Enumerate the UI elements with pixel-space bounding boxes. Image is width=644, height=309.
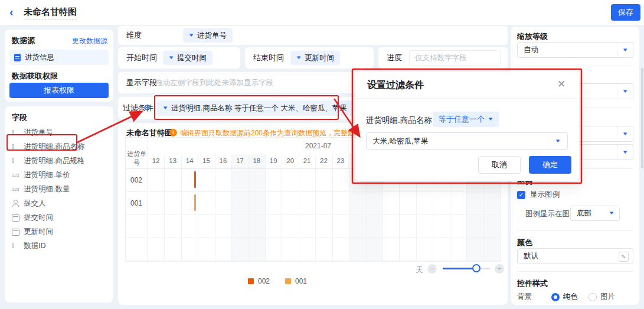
- weekend-shade: [231, 154, 248, 261]
- zoom-out-icon[interactable]: −: [427, 264, 437, 274]
- color-select[interactable]: 默认 ✎: [517, 248, 633, 264]
- filter-value-input[interactable]: 大米,哈密瓜,苹果 ▼: [366, 132, 568, 150]
- permission-title: 数据获取权限: [12, 71, 58, 82]
- bg-solid-label: 纯色: [563, 292, 578, 302]
- time-unit-label: 天: [416, 265, 423, 275]
- field-item[interactable]: 123进货明细.单价: [12, 168, 110, 182]
- weekend-shade: [249, 154, 265, 261]
- gantt-bar[interactable]: [194, 194, 196, 211]
- calendar-icon: [12, 229, 19, 236]
- fields-panel: 字段 I进货单号I进货明细.商品名称I进货明细.商品规格123进货明细.单价12…: [5, 106, 113, 303]
- datasource-item[interactable]: 进货信息: [9, 50, 109, 65]
- grid-hline: [126, 238, 500, 238]
- page-title[interactable]: 未命名甘特图: [24, 6, 77, 20]
- field-list: I进货单号I进货明细.商品名称I进货明细.商品规格123进货明细.单价123进货…: [12, 125, 110, 253]
- text-field-icon: I: [12, 242, 24, 251]
- start-time-field-chip[interactable]: ▼ 提交时间: [163, 51, 213, 65]
- back-icon[interactable]: ‹: [9, 5, 14, 19]
- caret-down-icon: ▼: [622, 48, 628, 53]
- datasource-title: 数据源: [12, 35, 35, 46]
- warning-icon: !: [169, 129, 177, 136]
- gantt-legend: 002001: [159, 277, 395, 285]
- day-label: 15: [198, 157, 214, 165]
- display-fields-label: 显示字段: [126, 72, 157, 93]
- progress-row: 进度 仅支持数字字段: [378, 47, 508, 69]
- text-field-icon: I: [12, 142, 24, 151]
- grid-hline: [126, 191, 500, 192]
- field-label: 进货单号: [24, 128, 53, 138]
- show-legend-checkbox[interactable]: ✓: [517, 191, 525, 199]
- progress-placeholder: 仅支持数字字段: [415, 53, 467, 63]
- grid-vline: [349, 154, 349, 261]
- grid-vline: [231, 154, 232, 261]
- number-field-icon: 123: [12, 187, 24, 192]
- grid-vline: [265, 154, 266, 261]
- zoom-level-title: 缩放等级: [517, 31, 548, 42]
- gantt-row-label: 002: [130, 176, 142, 184]
- caret-down-icon: ▼: [622, 132, 628, 136]
- day-label: 14: [181, 157, 198, 165]
- text-field-icon: I: [12, 157, 24, 165]
- edit-pencil-icon[interactable]: ✎: [619, 252, 629, 262]
- grid-vline: [249, 154, 249, 261]
- confirm-button[interactable]: 确定: [529, 156, 571, 174]
- cancel-button[interactable]: 取消: [478, 156, 521, 174]
- modal-field-label: 进货明细.商品名称: [366, 115, 432, 126]
- grid-hline: [126, 261, 500, 261]
- day-label: 12: [148, 157, 164, 165]
- field-label: 提交人: [24, 199, 46, 209]
- bg-image-radio[interactable]: [589, 293, 597, 301]
- field-item[interactable]: I数据ID: [12, 239, 110, 253]
- field-label: 提交时间: [24, 213, 53, 223]
- field-label: 进货明细.商品名称: [24, 142, 84, 152]
- field-item[interactable]: 提交时间: [12, 210, 110, 225]
- legend-item[interactable]: 002: [248, 277, 270, 285]
- change-datasource-link[interactable]: 更改数据源: [72, 36, 107, 46]
- dimension-row: 维度 ▼ 进货单号: [118, 26, 508, 45]
- number-field-icon: 123: [12, 173, 24, 178]
- caret-down-icon: ▼: [168, 56, 174, 60]
- legend-item[interactable]: 001: [285, 277, 307, 285]
- field-label: 进货明细.单价: [24, 170, 70, 180]
- caret-down-icon: ▼: [295, 56, 302, 60]
- legend-swatch: [285, 278, 291, 284]
- caret-down-icon: ▼: [487, 117, 493, 122]
- caret-down-icon: ▼: [554, 139, 561, 144]
- background-label: 背景: [517, 292, 551, 302]
- field-item[interactable]: I进货明细.商品规格: [12, 154, 110, 168]
- progress-label: 进度: [387, 47, 402, 69]
- filter-value-text: 大米,哈密瓜,苹果: [372, 136, 428, 147]
- date-field-icon: [12, 228, 24, 236]
- start-time-label: 开始时间: [126, 47, 157, 69]
- grid-vline: [198, 154, 198, 261]
- close-icon[interactable]: ✕: [557, 78, 565, 90]
- field-item[interactable]: I进货单号: [12, 125, 110, 139]
- grid-vline: [315, 154, 316, 261]
- dimension-field-chip[interactable]: ▼ 进货单号: [183, 28, 233, 43]
- zoom-in-icon[interactable]: +: [495, 264, 504, 274]
- bg-solid-radio[interactable]: [551, 293, 560, 301]
- field-item[interactable]: 123进货明细.数量: [12, 182, 110, 196]
- dimension-label: 维度: [126, 26, 142, 45]
- person-field-icon: [12, 200, 24, 207]
- gantt-bar[interactable]: [194, 171, 196, 188]
- end-time-field-chip[interactable]: ▼ 更新时间: [290, 51, 340, 65]
- field-item[interactable]: I进货明细.商品名称: [12, 139, 110, 154]
- progress-input[interactable]: 仅支持数字字段: [409, 50, 501, 66]
- settings-scrollbar[interactable]: [641, 68, 643, 168]
- caret-down-icon: ▼: [162, 106, 168, 110]
- operator-select-chip[interactable]: 等于任意一个 ▼: [433, 112, 499, 127]
- field-item[interactable]: 提交人: [12, 196, 110, 210]
- report-permission-button[interactable]: 报表权限: [9, 83, 109, 98]
- filter-condition-chip[interactable]: ▼ 进货明细.商品名称 等于任意一个 大米、哈密瓜、苹果: [157, 100, 353, 116]
- caret-down-icon: ▼: [188, 33, 194, 38]
- display-fields-dropzone[interactable]: 拖动左侧字段到此处来添加显示字段: [155, 72, 273, 93]
- zoom-level-select[interactable]: 自动 ▼: [517, 42, 633, 58]
- filter-settings-gear-icon[interactable]: ⚙: [143, 103, 151, 112]
- zoom-slider-handle[interactable]: [472, 264, 480, 272]
- legend-position-select[interactable]: 底部 ▼: [570, 206, 620, 221]
- modal-title: 设置过滤条件: [367, 79, 424, 92]
- date-field-icon: [12, 214, 24, 222]
- save-button[interactable]: 保存: [611, 4, 640, 21]
- field-item[interactable]: 更新时间: [12, 225, 110, 239]
